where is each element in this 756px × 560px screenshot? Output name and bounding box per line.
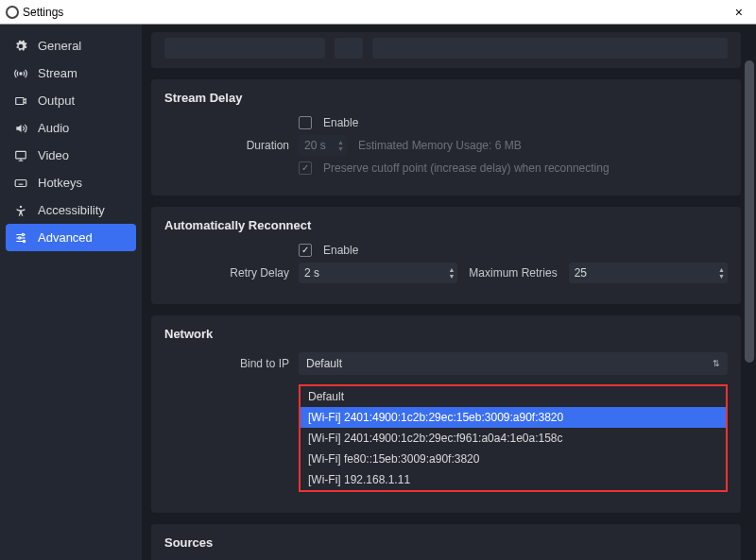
- speaker-icon: [13, 122, 28, 135]
- svg-rect-2: [16, 151, 26, 159]
- section-title: Sources: [164, 535, 728, 550]
- retry-input[interactable]: [299, 266, 445, 280]
- dropdown-option[interactable]: [Wi-Fi] fe80::15eb:3009:a90f:3820: [301, 449, 726, 469]
- sidebar-item-label: Stream: [38, 66, 77, 80]
- svg-point-0: [20, 72, 22, 74]
- sidebar-item-label: Hotkeys: [38, 176, 82, 190]
- retry-spinner[interactable]: ▲▼: [299, 263, 457, 283]
- svg-rect-1: [16, 97, 24, 104]
- app-icon: [6, 6, 19, 19]
- max-label: Maximum Retries: [469, 266, 557, 280]
- dropdown-option[interactable]: [Wi-Fi] 2401:4900:1c2b:29ec:15eb:3009:a9…: [301, 407, 726, 428]
- sidebar-item-label: Output: [38, 93, 75, 108]
- enable-checkbox[interactable]: [299, 244, 312, 257]
- bind-select[interactable]: Default ⇅: [299, 352, 728, 375]
- duration-spinner[interactable]: ▲▼: [299, 135, 347, 156]
- sidebar-item-label: Audio: [38, 121, 69, 135]
- enable-label: Enable: [323, 244, 358, 257]
- svg-point-4: [20, 205, 22, 207]
- preserve-checkbox[interactable]: [299, 161, 312, 175]
- sidebar-item-label: Accessibility: [38, 203, 105, 217]
- sidebar-item-accessibility[interactable]: Accessibility: [0, 196, 142, 224]
- sidebar-item-hotkeys[interactable]: Hotkeys: [0, 169, 142, 196]
- dropdown-option[interactable]: Default: [301, 386, 726, 407]
- duration-input[interactable]: [299, 139, 335, 152]
- stub-field: [164, 38, 325, 59]
- section-top-stub: [151, 32, 741, 68]
- section-title: Automatically Reconnect: [164, 218, 728, 232]
- broadcast-icon: [13, 67, 28, 80]
- retry-label: Retry Delay: [164, 266, 299, 280]
- output-icon: [13, 94, 28, 108]
- window-title: Settings: [23, 6, 63, 19]
- svg-point-5: [22, 233, 24, 235]
- sidebar-item-label: General: [38, 39, 81, 53]
- preserve-label: Preserve cutoff point (increase delay) w…: [323, 161, 610, 175]
- section-title: Stream Delay: [164, 91, 728, 105]
- sidebar-item-general[interactable]: General: [0, 32, 142, 59]
- dropdown-option[interactable]: [Wi-Fi] 2401:4900:1c2b:29ec:f961:a0a4:1e…: [301, 428, 726, 449]
- max-input[interactable]: [569, 266, 715, 280]
- sidebar-item-audio[interactable]: Audio: [0, 114, 142, 142]
- scrollbar[interactable]: [745, 32, 754, 552]
- sidebar: General Stream Output Audio Video Hotkey…: [0, 25, 142, 560]
- sidebar-item-advanced[interactable]: Advanced: [6, 224, 136, 251]
- stub-field: [372, 38, 728, 59]
- stub-field: [335, 38, 363, 59]
- section-sources: Sources Enable Browser Source Hardware A…: [151, 524, 741, 560]
- section-network: Network Bind to IP Default ⇅ Default [Wi…: [151, 315, 741, 513]
- spinner-arrows[interactable]: ▲▼: [715, 266, 728, 280]
- sidebar-item-video[interactable]: Video: [0, 142, 142, 169]
- section-reconnect: Automatically Reconnect Enable Retry Del…: [151, 207, 741, 304]
- section-stream-delay: Stream Delay Enable Duration ▲▼ Estimate…: [151, 79, 741, 195]
- bind-dropdown: Default [Wi-Fi] 2401:4900:1c2b:29ec:15eb…: [299, 384, 728, 492]
- bind-label: Bind to IP: [164, 357, 299, 370]
- max-spinner[interactable]: ▲▼: [569, 263, 728, 283]
- memory-hint: Estimated Memory Usage: 6 MB: [358, 139, 522, 152]
- duration-label: Duration: [164, 139, 299, 152]
- close-button[interactable]: ×: [728, 5, 750, 20]
- sidebar-item-stream[interactable]: Stream: [0, 59, 142, 87]
- spinner-arrows[interactable]: ▲▼: [445, 266, 457, 280]
- content-area: Stream Delay Enable Duration ▲▼ Estimate…: [142, 25, 756, 560]
- sidebar-item-output[interactable]: Output: [0, 87, 142, 114]
- dropdown-option[interactable]: [Wi-Fi] 192.168.1.11: [301, 469, 726, 490]
- bind-selected: Default: [306, 357, 342, 370]
- scrollbar-thumb[interactable]: [745, 60, 754, 363]
- svg-rect-3: [15, 179, 26, 186]
- keyboard-icon: [13, 177, 28, 190]
- gear-icon: [13, 40, 28, 53]
- section-title: Network: [164, 327, 728, 341]
- sidebar-item-label: Video: [38, 148, 69, 162]
- chevron-updown-icon: ⇅: [713, 359, 720, 368]
- titlebar: Settings ×: [0, 0, 756, 25]
- accessibility-icon: [13, 204, 28, 217]
- sliders-icon: [13, 231, 28, 245]
- enable-label: Enable: [323, 116, 358, 129]
- sidebar-item-label: Advanced: [38, 230, 93, 245]
- spinner-arrows[interactable]: ▲▼: [335, 139, 347, 152]
- svg-point-6: [19, 236, 21, 238]
- monitor-icon: [13, 149, 28, 162]
- enable-checkbox[interactable]: [299, 116, 312, 129]
